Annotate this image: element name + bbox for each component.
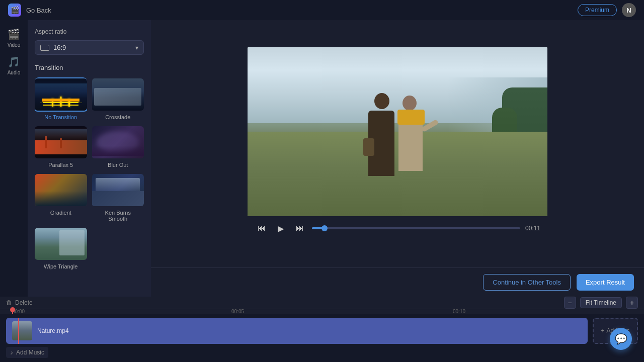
left-panel: Aspect ratio 16:9 ▾ Transition: [28, 20, 151, 297]
app-icon: 🎬: [8, 4, 21, 17]
timeline-toolbar: 🗑 Delete − Fit Timeline +: [0, 297, 644, 309]
timeline-playhead: [12, 309, 13, 314]
add-music-wrapper: ♪ Add Music: [6, 347, 638, 358]
transition-item-no-transition[interactable]: No Transition: [35, 77, 87, 120]
video-nav-label: Video: [8, 42, 20, 48]
music-icon: ♪: [10, 349, 13, 356]
blurout-label: Blur Out: [108, 162, 128, 168]
transition-section-label: Transition: [35, 64, 144, 71]
track-thumbnail: [12, 321, 32, 340]
crossfade-thumb: [92, 77, 144, 112]
main-content: 🎬 Video 🎵 Audio Aspect ratio 16:9 ▾ Tran…: [0, 20, 644, 297]
transition-item-blurout[interactable]: Blur Out: [92, 125, 144, 168]
avatar[interactable]: N: [622, 3, 636, 17]
timeline-section: 🗑 Delete − Fit Timeline + 00:00 00:05 00…: [0, 297, 644, 362]
topbar-left: 🎬 Go Back: [8, 4, 51, 17]
go-back-link[interactable]: Go Back: [26, 7, 51, 14]
ruler-mark-1: 00:05: [231, 309, 244, 314]
parallax5-thumb: [35, 125, 87, 159]
track-thumb-inner: [12, 321, 32, 340]
plus-icon: +: [601, 327, 604, 334]
no-transition-thumb: [35, 77, 87, 112]
chevron-down-icon: ▾: [135, 44, 138, 51]
video-icon: 🎬: [8, 28, 20, 40]
aspect-ratio-icon: [40, 45, 49, 51]
video-track-wrapper: Nature.mp4 + Add files: [6, 318, 638, 344]
wipetriangle-label: Wipe Triangle: [44, 263, 77, 269]
timeline-toolbar-right: − Fit Timeline +: [564, 297, 638, 309]
time-display: 00:11: [525, 225, 540, 232]
progress-handle: [321, 225, 328, 231]
topbar-right: Premium N: [578, 3, 636, 17]
gradient-thumb: [35, 173, 87, 207]
zoom-out-button[interactable]: −: [564, 297, 576, 309]
add-music-label: Add Music: [16, 349, 44, 356]
aspect-ratio-value: 16:9: [53, 44, 66, 51]
blurout-thumb: [92, 125, 144, 159]
transition-grid: No Transition Crossfade: [35, 77, 144, 269]
audio-icon: 🎵: [8, 56, 20, 68]
fit-timeline-button[interactable]: Fit Timeline: [580, 297, 622, 308]
video-container: ⏮ ▶ ⏭ 00:11: [248, 47, 547, 240]
wipetriangle-thumb: [35, 227, 87, 261]
transition-item-wipetriangle[interactable]: Wipe Triangle: [35, 227, 87, 269]
icon-nav: 🎬 Video 🎵 Audio: [0, 20, 28, 297]
timeline-ruler: 00:00 00:05 00:10: [0, 309, 644, 314]
transition-item-kenburns[interactable]: Ken BurnsSmooth: [92, 173, 144, 222]
video-track[interactable]: Nature.mp4: [6, 318, 588, 344]
video-preview-area: ⏮ ▶ ⏭ 00:11: [151, 20, 644, 267]
aspect-ratio-left: 16:9: [40, 44, 66, 51]
ruler-mark-2: 00:10: [453, 309, 465, 314]
chat-icon: 💬: [615, 333, 627, 345]
track-filename: Nature.mp4: [37, 327, 69, 334]
kenburns-label: Ken BurnsSmooth: [105, 210, 131, 222]
export-button[interactable]: Export Result: [577, 274, 634, 291]
skip-back-button[interactable]: ⏮: [255, 221, 269, 235]
zoom-in-button[interactable]: +: [626, 297, 638, 309]
topbar: 🎬 Go Back Premium N: [0, 0, 644, 20]
sidebar-item-audio[interactable]: 🎵 Audio: [8, 56, 21, 75]
continue-button[interactable]: Continue in Other Tools: [483, 274, 571, 291]
crossfade-label: Crossfade: [105, 114, 130, 120]
play-button[interactable]: ▶: [274, 221, 288, 235]
chat-fab-button[interactable]: 💬: [610, 328, 632, 350]
progress-bar[interactable]: [312, 227, 520, 229]
kenburns-thumb: [92, 173, 144, 207]
transition-item-gradient[interactable]: Gradient: [35, 173, 87, 222]
transition-item-parallax5[interactable]: Parallax 5: [35, 125, 87, 168]
aspect-ratio-label: Aspect ratio: [35, 28, 144, 35]
video-frame: [248, 47, 547, 216]
video-frame-inner: [248, 47, 547, 216]
timeline-tracks: Nature.mp4 + Add files ♪ Add Music: [0, 314, 644, 362]
skip-forward-button[interactable]: ⏭: [293, 221, 307, 235]
audio-nav-label: Audio: [8, 70, 21, 75]
gradient-label: Gradient: [50, 210, 71, 216]
sidebar-item-video[interactable]: 🎬 Video: [8, 28, 20, 48]
no-transition-label: No Transition: [44, 114, 77, 120]
transition-item-crossfade[interactable]: Crossfade: [92, 77, 144, 120]
delete-icon: 🗑: [6, 299, 12, 306]
center-area: ⏮ ▶ ⏭ 00:11 Continue in Other Tools Expo…: [151, 20, 644, 297]
add-music-button[interactable]: ♪ Add Music: [6, 347, 48, 358]
bottom-actions: Continue in Other Tools Export Result: [151, 267, 644, 297]
parallax5-label: Parallax 5: [48, 162, 73, 168]
premium-button[interactable]: Premium: [578, 4, 617, 16]
timeline-toolbar-left: 🗑 Delete: [6, 299, 33, 306]
delete-label: Delete: [15, 299, 33, 306]
aspect-ratio-select[interactable]: 16:9 ▾: [35, 40, 144, 55]
video-controls: ⏮ ▶ ⏭ 00:11: [248, 216, 547, 240]
